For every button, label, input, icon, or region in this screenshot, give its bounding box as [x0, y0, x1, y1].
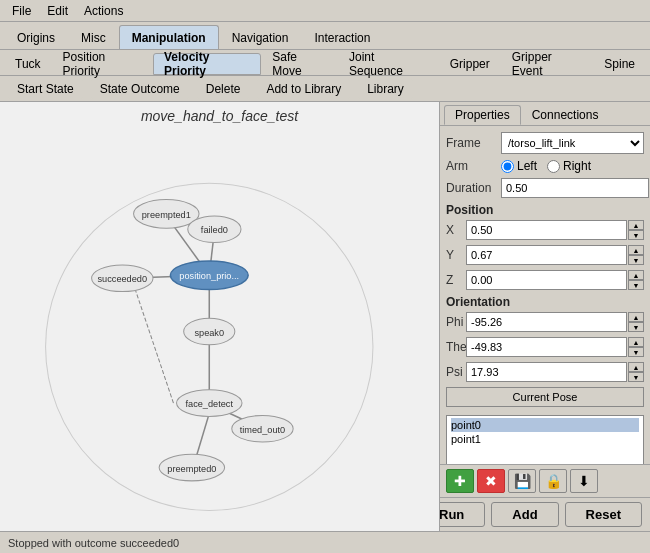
right-panel: Properties Connections Frame /torso_lift…	[440, 102, 650, 531]
arm-right-label[interactable]: Right	[547, 159, 591, 173]
x-up[interactable]: ▲	[628, 220, 644, 230]
svg-text:timed_out0: timed_out0	[240, 425, 285, 435]
add-button[interactable]: Add	[491, 502, 558, 527]
svg-text:face_detect: face_detect	[186, 399, 234, 409]
z-row: Z ▲ ▼	[446, 270, 644, 290]
theta-input[interactable]	[466, 337, 627, 357]
properties-content: Frame /torso_lift_link Arm Left Right	[440, 126, 650, 464]
psi-input-group: ▲ ▼	[466, 362, 644, 382]
frame-select[interactable]: /torso_lift_link	[501, 132, 644, 154]
theta-row: Theta ▲ ▼	[446, 337, 644, 357]
reset-button[interactable]: Reset	[565, 502, 642, 527]
phi-down[interactable]: ▼	[628, 322, 644, 332]
tab-properties[interactable]: Properties	[444, 105, 521, 125]
svg-line-8	[136, 291, 174, 404]
frame-row: Frame /torso_lift_link	[446, 132, 644, 154]
y-input[interactable]	[466, 245, 627, 265]
psi-up[interactable]: ▲	[628, 362, 644, 372]
library-button[interactable]: Library	[358, 79, 413, 99]
phi-input-group: ▲ ▼	[466, 312, 644, 332]
download-icon-button[interactable]: ⬇	[570, 469, 598, 493]
delete-button[interactable]: Delete	[197, 79, 250, 99]
svg-text:position_prio...: position_prio...	[179, 271, 239, 281]
tab-joint-sequence[interactable]: Joint Sequence	[338, 53, 439, 75]
canvas-area: move_hand_to_face_test preempted1	[0, 102, 440, 531]
psi-input[interactable]	[466, 362, 627, 382]
tab-spine[interactable]: Spine	[593, 53, 646, 75]
main-content: move_hand_to_face_test preempted1	[0, 102, 650, 531]
menu-actions[interactable]: Actions	[76, 2, 131, 20]
tab-interaction[interactable]: Interaction	[301, 25, 383, 49]
theta-down[interactable]: ▼	[628, 347, 644, 357]
z-input[interactable]	[466, 270, 627, 290]
pose-item-point1[interactable]: point1	[451, 432, 639, 446]
arm-left-radio[interactable]	[501, 160, 514, 173]
duration-row: Duration ▲ ▼	[446, 178, 644, 198]
svg-text:failed0: failed0	[201, 225, 228, 235]
svg-text:speak0: speak0	[194, 328, 224, 338]
prop-tab-bar: Properties Connections	[440, 102, 650, 126]
state-outcome-button[interactable]: State Outcome	[91, 79, 189, 99]
menubar: File Edit Actions	[0, 0, 650, 22]
y-up[interactable]: ▲	[628, 245, 644, 255]
current-pose-button[interactable]: Current Pose	[446, 387, 644, 407]
add-to-library-button[interactable]: Add to Library	[257, 79, 350, 99]
tab-velocity-priority[interactable]: Velocity Priority	[153, 53, 261, 75]
x-down[interactable]: ▼	[628, 230, 644, 240]
action-bar: Run Add Reset	[440, 497, 650, 531]
theta-spinner: ▲ ▼	[628, 337, 644, 357]
graph-svg: preempted1 failed0 succeeded0 position_p…	[0, 132, 439, 531]
arm-label: Arm	[446, 159, 501, 173]
phi-spinner: ▲ ▼	[628, 312, 644, 332]
tab-tuck[interactable]: Tuck	[4, 53, 52, 75]
phi-up[interactable]: ▲	[628, 312, 644, 322]
arm-left-text: Left	[517, 159, 537, 173]
add-icon-button[interactable]: ✚	[446, 469, 474, 493]
phi-row: Phi ▲ ▼	[446, 312, 644, 332]
second-tab-bar: Tuck Position Priority Velocity Priority…	[0, 50, 650, 76]
svg-text:preempted1: preempted1	[142, 210, 191, 220]
tab-misc[interactable]: Misc	[68, 25, 119, 49]
start-state-button[interactable]: Start State	[8, 79, 83, 99]
phi-label: Phi	[446, 315, 466, 329]
arm-right-radio[interactable]	[547, 160, 560, 173]
psi-down[interactable]: ▼	[628, 372, 644, 382]
tab-gripper-event[interactable]: Gripper Event	[501, 53, 594, 75]
save-icon-button[interactable]: 💾	[508, 469, 536, 493]
arm-left-label[interactable]: Left	[501, 159, 537, 173]
tab-position-priority[interactable]: Position Priority	[52, 53, 153, 75]
lock-icon-button[interactable]: 🔒	[539, 469, 567, 493]
tab-gripper[interactable]: Gripper	[439, 53, 501, 75]
tab-safe-move[interactable]: Safe Move	[261, 53, 338, 75]
x-input[interactable]	[466, 220, 627, 240]
phi-input[interactable]	[466, 312, 627, 332]
remove-icon-button[interactable]: ✖	[477, 469, 505, 493]
x-input-group: ▲ ▼	[466, 220, 644, 240]
theta-input-group: ▲ ▼	[466, 337, 644, 357]
arm-row: Arm Left Right	[446, 159, 644, 173]
z-down[interactable]: ▼	[628, 280, 644, 290]
orientation-section-title: Orientation	[446, 295, 644, 309]
x-row: X ▲ ▼	[446, 220, 644, 240]
z-up[interactable]: ▲	[628, 270, 644, 280]
duration-label: Duration	[446, 181, 501, 195]
tab-origins[interactable]: Origins	[4, 25, 68, 49]
tab-connections[interactable]: Connections	[521, 105, 610, 125]
menu-edit[interactable]: Edit	[39, 2, 76, 20]
position-section-title: Position	[446, 203, 644, 217]
pose-item-point0[interactable]: point0	[451, 418, 639, 432]
theta-up[interactable]: ▲	[628, 337, 644, 347]
z-spinner: ▲ ▼	[628, 270, 644, 290]
tab-navigation[interactable]: Navigation	[219, 25, 302, 49]
psi-label: Psi	[446, 365, 466, 379]
y-row: Y ▲ ▼	[446, 245, 644, 265]
z-label: Z	[446, 273, 466, 287]
y-spinner: ▲ ▼	[628, 245, 644, 265]
pose-list[interactable]: point0 point1	[446, 415, 644, 464]
menu-file[interactable]: File	[4, 2, 39, 20]
duration-input[interactable]	[501, 178, 649, 198]
status-bar: Stopped with outcome succeeded0	[0, 531, 650, 553]
frame-label: Frame	[446, 136, 501, 150]
y-down[interactable]: ▼	[628, 255, 644, 265]
tab-manipulation[interactable]: Manipulation	[119, 25, 219, 49]
